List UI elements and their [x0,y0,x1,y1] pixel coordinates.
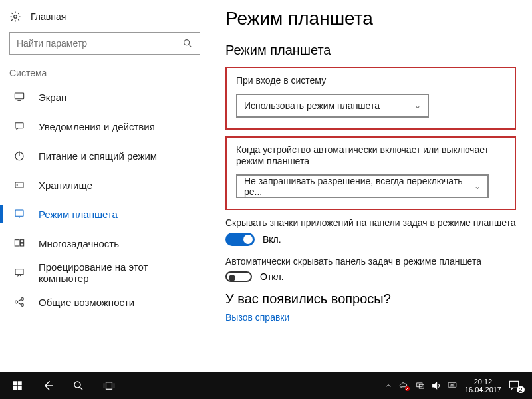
search-input[interactable] [17,38,170,49]
category-title: Система [9,68,200,78]
sidebar-item-label: Режим планшета [39,209,118,220]
svg-rect-15 [15,269,23,275]
sidebar-item-shared[interactable]: Общие возможности [9,287,200,317]
back-button[interactable] [33,372,63,399]
tray-network-icon[interactable] [413,372,428,399]
svg-rect-3 [15,93,23,99]
signin-select-value: Использовать режим планшета [244,100,380,111]
search-box[interactable] [9,32,200,55]
svg-rect-24 [18,386,22,390]
taskbar: 20:12 16.04.2017 2 [0,372,532,399]
monitor-icon [12,91,27,103]
page-title: Режим планшета [225,8,516,29]
sidebar-item-label: Общие возможности [39,297,134,308]
home-link[interactable]: Главная [9,11,200,23]
svg-rect-21 [13,381,17,385]
svg-point-40 [450,385,450,386]
svg-line-20 [17,303,21,305]
tray-onedrive-icon[interactable] [397,372,412,399]
sidebar-item-label: Экран [39,92,66,103]
gear-icon [9,11,21,23]
clock-date: 16.04.2017 [465,386,501,394]
help-link[interactable]: Вызов справки [225,312,516,323]
chevron-down-icon: ⌄ [414,101,421,110]
chat-icon [12,120,27,132]
help-heading: У вас появились вопросы? [225,291,516,307]
svg-point-0 [14,15,17,19]
tray-language-icon[interactable] [445,372,460,399]
search-button[interactable] [64,372,93,399]
svg-point-43 [454,385,454,386]
tray-chevron-icon[interactable] [381,372,396,399]
hide-icons-label: Скрывать значки приложений на панели зад… [225,217,516,229]
multitask-icon [12,237,27,249]
svg-rect-14 [20,243,23,246]
svg-rect-23 [13,386,17,390]
svg-rect-44 [450,386,454,386]
signin-label: При входе в систему [236,75,505,87]
highlight-box-2: Когда устройство автоматически включает … [225,136,516,210]
svg-point-37 [452,384,452,384]
svg-rect-12 [15,240,19,246]
svg-rect-27 [106,382,112,390]
page-subtitle: Режим планшета [225,43,516,58]
power-icon [12,150,27,162]
sidebar-item-tablet-mode[interactable]: Режим планшета [9,200,200,229]
signin-select[interactable]: Использовать режим планшета ⌄ [236,94,429,118]
svg-point-39 [454,384,455,384]
storage-icon [12,179,27,191]
autoswitch-label: Когда устройство автоматически включает … [236,144,505,168]
svg-line-26 [80,387,82,390]
svg-rect-31 [417,383,422,387]
svg-line-2 [189,45,192,47]
sidebar-item-storage[interactable]: Хранилище [9,170,200,200]
tray-volume-icon[interactable] [429,372,444,399]
svg-point-42 [452,385,453,386]
notifications-button[interactable]: 2 [507,372,529,399]
search-icon [182,38,193,49]
svg-point-9 [17,184,17,185]
autohide-taskbar-state: Откл. [260,271,284,282]
hide-icons-toggle[interactable] [225,233,255,246]
autohide-taskbar-toggle[interactable] [225,271,252,282]
sidebar-item-notifications[interactable]: Уведомления и действия [9,112,200,141]
svg-point-36 [451,384,452,384]
svg-point-41 [451,385,452,386]
svg-rect-32 [419,384,424,388]
sidebar-item-label: Проецирование на этот компьютер [39,261,200,284]
sidebar-item-label: Многозадачность [39,238,119,249]
sidebar-item-label: Питание и спящий режим [39,150,157,162]
taskbar-clock[interactable]: 20:12 16.04.2017 [461,378,505,394]
sidebar-item-multitasking[interactable]: Многозадачность [9,229,200,258]
chevron-down-icon: ⌄ [474,182,481,191]
svg-point-38 [453,384,454,384]
sidebar-item-projecting[interactable]: Проецирование на этот компьютер [9,258,200,287]
svg-rect-5 [15,123,23,128]
autoswitch-select-value: Не запрашивать разрешение, всегда перекл… [244,176,474,197]
svg-point-1 [184,40,190,45]
home-label: Главная [31,11,66,22]
svg-rect-13 [20,240,23,243]
sidebar-item-power[interactable]: Питание и спящий режим [9,141,200,170]
sidebar-item-display[interactable]: Экран [9,82,200,112]
share-icon [12,296,27,308]
clock-time: 20:12 [465,378,501,386]
autohide-taskbar-label: Автоматически скрывать панель задач в ре… [225,255,516,267]
svg-line-19 [17,299,21,301]
hide-icons-state: Вкл. [263,234,281,245]
start-button[interactable] [3,372,32,399]
sidebar-item-label: Хранилище [39,180,92,191]
project-icon [12,267,27,279]
svg-point-25 [74,382,80,388]
notification-badge: 2 [517,386,524,393]
sidebar-item-label: Уведомления и действия [39,121,155,132]
tablet-icon [12,208,27,220]
svg-rect-10 [15,210,23,216]
svg-rect-22 [18,381,22,385]
taskview-button[interactable] [94,372,124,399]
svg-point-35 [450,384,450,384]
autoswitch-select[interactable]: Не запрашивать разрешение, всегда перекл… [236,174,489,198]
highlight-box-1: При входе в систему Использовать режим п… [225,67,516,130]
